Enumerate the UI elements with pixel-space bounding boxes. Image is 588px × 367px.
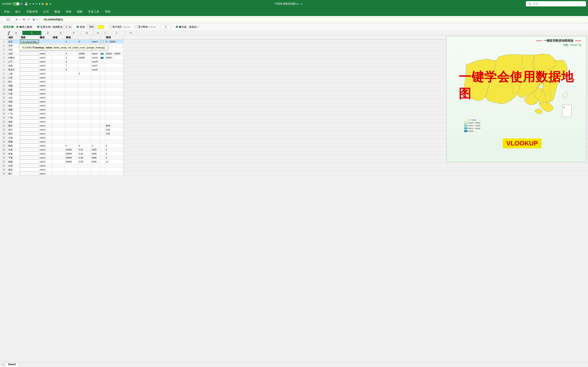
table-cell[interactable]: 河南 — [8, 100, 20, 103]
table-cell[interactable] — [91, 72, 100, 75]
table-cell[interactable]: color1 — [39, 104, 52, 108]
table-cell[interactable]: 20000 — [65, 152, 78, 156]
table-cell[interactable] — [105, 84, 123, 87]
more-icon[interactable]: ▾ — [50, 2, 51, 5]
table-cell[interactable] — [105, 112, 123, 116]
table-cell[interactable] — [105, 116, 123, 119]
table-cell[interactable] — [91, 96, 100, 100]
fx-button[interactable]: fx — [32, 18, 36, 21]
table-cell[interactable]: color1 — [39, 60, 52, 63]
expand-icon[interactable]: ▾ — [16, 18, 17, 21]
table-cell[interactable] — [100, 120, 105, 124]
table-cell[interactable] — [52, 104, 65, 108]
table-cell[interactable] — [100, 96, 105, 100]
view-icon[interactable]: ⊞ — [42, 2, 44, 5]
table-cell[interactable] — [65, 128, 78, 132]
table-cell[interactable] — [65, 100, 78, 103]
table-cell[interactable]: 0.06 — [78, 156, 91, 159]
table-cell[interactable]: color1 — [39, 64, 52, 67]
table-cell[interactable]: 30000 ~ 40000 — [105, 52, 123, 55]
table-cell[interactable]: 40000 ~ — [105, 56, 123, 59]
table-cell[interactable]: color5 — [91, 56, 100, 59]
table-cell[interactable]: color1 — [39, 148, 52, 151]
table-cell[interactable] — [20, 80, 39, 83]
table-cell[interactable]: color1 — [39, 132, 52, 135]
table-cell[interactable]: color1 — [39, 156, 52, 159]
table-cell[interactable]: 甘肃 — [8, 148, 20, 151]
touch-icon[interactable]: ✋ — [45, 2, 49, 5]
table-cell[interactable]: 2000 — [91, 148, 100, 151]
table-cell[interactable]: color6 — [91, 60, 100, 63]
table-cell[interactable] — [105, 108, 123, 111]
table-cell[interactable] — [20, 140, 39, 143]
table-cell[interactable] — [100, 116, 105, 119]
table-cell[interactable]: 4000 — [91, 152, 100, 156]
table-cell[interactable] — [52, 120, 65, 124]
table-cell[interactable] — [52, 148, 65, 151]
table-cell[interactable] — [105, 60, 123, 63]
table-cell[interactable] — [100, 112, 105, 116]
table-cell[interactable]: 贵州 — [8, 132, 20, 135]
col-H[interactable]: H — [94, 31, 102, 35]
col-F[interactable]: F — [68, 31, 80, 35]
table-cell[interactable] — [100, 156, 105, 159]
table-cell[interactable]: 吉林 — [8, 64, 20, 67]
table-cell[interactable]: 9 — [105, 156, 123, 159]
table-cell[interactable] — [100, 108, 105, 111]
table-cell[interactable] — [91, 140, 100, 143]
table-cell[interactable] — [65, 76, 78, 79]
auto-save-toggle[interactable] — [12, 2, 20, 6]
table-cell[interactable] — [105, 80, 123, 83]
table-cell[interactable] — [20, 104, 39, 108]
table-cell[interactable]: 广东 — [8, 112, 20, 116]
table-cell[interactable]: 浙江 — [8, 80, 20, 83]
table-cell[interactable] — [78, 68, 91, 71]
table-cell[interactable] — [78, 108, 91, 111]
table-cell[interactable] — [100, 140, 105, 143]
table-cell[interactable]: 云南 — [8, 136, 20, 140]
table-cell[interactable] — [91, 172, 100, 175]
table-cell[interactable] — [100, 168, 105, 172]
table-cell[interactable]: 江苏 — [8, 76, 20, 79]
table-cell[interactable]: 河北 — [8, 48, 20, 51]
table-cell[interactable] — [91, 84, 100, 87]
table-cell[interactable] — [52, 168, 65, 172]
table-cell[interactable] — [65, 96, 78, 100]
table-cell[interactable]: color1 — [39, 112, 52, 116]
undo-dropdown-icon[interactable]: ▾ — [33, 2, 34, 5]
table-cell[interactable] — [65, 112, 78, 116]
table-cell[interactable]: 8 — [65, 68, 78, 71]
cancel-icon[interactable]: ✕ — [22, 18, 26, 21]
table-cell[interactable]: color1 — [39, 164, 52, 167]
table-cell[interactable]: color1 — [39, 80, 52, 83]
table-cell[interactable] — [105, 136, 123, 140]
table-cell[interactable] — [20, 172, 39, 175]
table-cell[interactable] — [65, 164, 78, 167]
table-cell[interactable] — [78, 100, 91, 103]
save-icon[interactable]: 💾 — [25, 2, 28, 5]
table-cell[interactable]: color1 — [39, 56, 52, 59]
table-cell[interactable] — [100, 80, 105, 83]
table-cell[interactable] — [100, 172, 105, 175]
table-cell[interactable] — [78, 104, 91, 108]
table-cell[interactable]: 8000 — [91, 160, 100, 164]
table-cell[interactable] — [20, 128, 39, 132]
table-cell[interactable] — [91, 80, 100, 83]
table-cell[interactable] — [78, 172, 91, 175]
show-area-checkbox[interactable] — [109, 26, 111, 28]
table-cell[interactable] — [20, 96, 39, 100]
table-cell[interactable]: color1 — [39, 96, 52, 100]
table-cell[interactable]: 40000 — [65, 160, 78, 164]
table-cell[interactable]: color1 — [39, 72, 52, 75]
table-cell[interactable]: color1 — [39, 88, 52, 92]
table-cell[interactable] — [91, 116, 100, 119]
table-cell[interactable]: color1 — [39, 124, 52, 127]
table-cell[interactable] — [52, 60, 65, 63]
table-cell[interactable]: 青海 — [8, 152, 20, 156]
table-cell[interactable] — [78, 116, 91, 119]
table-cell[interactable] — [20, 164, 39, 167]
table-cell[interactable] — [105, 96, 123, 100]
table-cell[interactable]: 西藏 — [8, 140, 20, 143]
table-cell[interactable] — [52, 76, 65, 79]
table-cell[interactable]: 10000 — [65, 148, 78, 151]
